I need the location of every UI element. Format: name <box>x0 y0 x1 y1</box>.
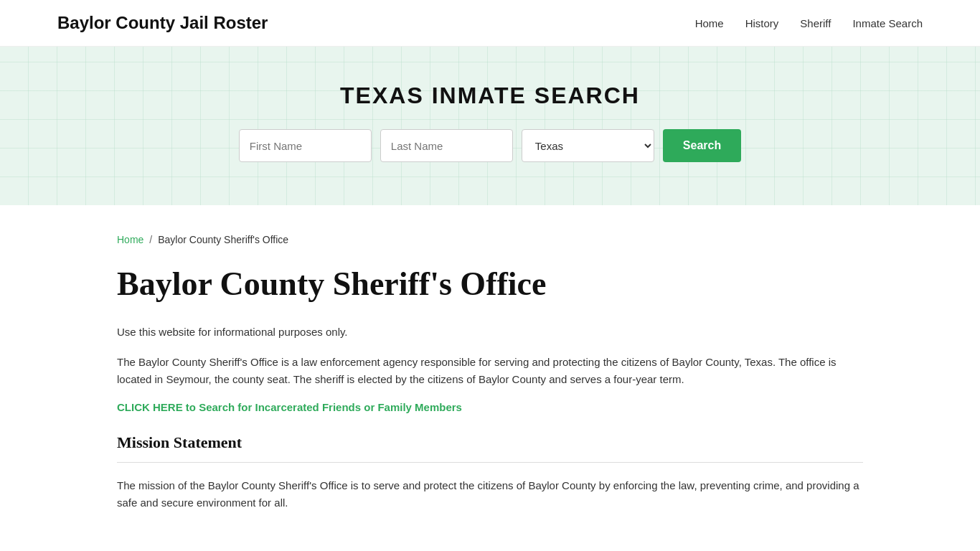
nav-home[interactable]: Home <box>695 17 724 29</box>
site-header: Baylor County Jail Roster Home History S… <box>0 0 980 47</box>
inmate-search-form: TexasAlabamaAlaskaArizonaArkansasCalifor… <box>14 129 966 162</box>
nav-sheriff[interactable]: Sheriff <box>800 17 831 29</box>
main-nav: Home History Sheriff Inmate Search <box>695 17 923 29</box>
mission-text: The mission of the Baylor County Sheriff… <box>117 477 863 512</box>
main-content: Home / Baylor County Sheriff's Office Ba… <box>60 205 920 551</box>
breadcrumb-home[interactable]: Home <box>117 234 143 245</box>
nav-history[interactable]: History <box>745 17 779 29</box>
breadcrumb-current: Baylor County Sheriff's Office <box>158 234 288 245</box>
first-name-input[interactable] <box>239 129 372 162</box>
nav-inmate-search[interactable]: Inmate Search <box>852 17 923 29</box>
mission-heading: Mission Statement <box>117 433 863 452</box>
site-logo[interactable]: Baylor County Jail Roster <box>57 13 268 33</box>
breadcrumb-separator: / <box>149 234 152 245</box>
intro-paragraph-2: The Baylor County Sheriff's Office is a … <box>117 354 863 388</box>
search-button[interactable]: Search <box>663 129 741 162</box>
incarcerated-search-link[interactable]: CLICK HERE to Search for Incarcerated Fr… <box>117 401 462 413</box>
breadcrumb: Home / Baylor County Sheriff's Office <box>117 234 863 245</box>
last-name-input[interactable] <box>380 129 513 162</box>
page-heading: Baylor County Sheriff's Office <box>117 265 863 303</box>
hero-banner: Texas Inmate Search TexasAlabamaAlaskaAr… <box>0 47 980 205</box>
hero-title: Texas Inmate Search <box>14 83 966 109</box>
mission-divider <box>117 462 863 463</box>
intro-paragraph-1: Use this website for informational purpo… <box>117 324 863 341</box>
state-select[interactable]: TexasAlabamaAlaskaArizonaArkansasCalifor… <box>522 129 654 162</box>
